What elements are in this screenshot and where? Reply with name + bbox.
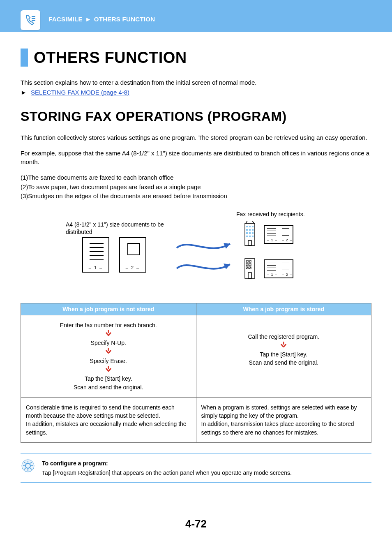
breadcrumb-part-2: OTHERS FUNCTION	[94, 16, 155, 23]
mini-doc-combined-1: – 1 – – 2 –	[264, 225, 293, 244]
right-desc-text: When a program is stored, settings are s…	[201, 404, 357, 436]
svg-rect-5	[249, 226, 251, 227]
building-icon-1	[242, 221, 258, 250]
table-cell-right-desc: When a program is stored, settings are s…	[196, 397, 371, 442]
svg-rect-6	[252, 226, 254, 227]
para-2: For example, suppose that the same A4 (8…	[21, 149, 371, 167]
right-step-3: Scan and send the original.	[201, 358, 367, 367]
mini-doc-2-pg1: – 1 –	[267, 273, 277, 277]
h1-accent-bar	[21, 49, 28, 67]
link-triangle-icon: ►	[21, 89, 27, 96]
building-icon-2	[242, 257, 258, 281]
down-arrow-icon	[105, 348, 112, 354]
left-step-4: Tap the [Start] key.	[26, 375, 191, 383]
svg-rect-9	[252, 229, 254, 231]
left-step-3: Specify Erase.	[26, 357, 191, 365]
list-item-1: (1)The same documents are faxed to each …	[21, 173, 371, 183]
table-header-stored: When a job program is stored	[196, 303, 371, 315]
svg-rect-4	[246, 226, 248, 227]
doc-page-2-num: – 2 –	[120, 265, 145, 270]
numbered-list: (1)The same documents are faxed to each …	[21, 173, 371, 201]
table-cell-left-flow: Enter the fax number for each branch. Sp…	[21, 315, 196, 397]
selecting-fax-mode-link[interactable]: SELECTING FAX MODE (page 4-8)	[31, 89, 129, 96]
svg-rect-24	[248, 273, 251, 278]
phone-list-icon	[24, 14, 37, 27]
svg-rect-13	[246, 236, 248, 237]
diagram: Fax received by recipients. A4 (8-1/2" x…	[21, 211, 371, 297]
svg-rect-7	[246, 229, 248, 231]
left-step-2: Specify N-Up.	[26, 339, 191, 347]
page-content: OTHERS FUNCTION This section explains ho…	[0, 32, 392, 483]
diagram-left-label: A4 (8-1/2" x 11") size documents to be d…	[66, 221, 173, 236]
down-arrow-icon	[105, 366, 112, 372]
left-step-5: Scan and send the original.	[26, 383, 191, 391]
left-desc-text: Considerable time is required to send th…	[26, 404, 187, 436]
right-step-2: Tap the [Start] key.	[201, 350, 367, 358]
doc-page-1-num: – 1 –	[83, 265, 108, 270]
breadcrumb-arrow-icon: ►	[85, 16, 91, 23]
para-1: This function collectively stores variou…	[21, 133, 371, 142]
motion-arrows-icon	[173, 236, 242, 285]
breadcrumb-part-1: FACSIMILE	[48, 16, 83, 23]
table-cell-right-flow: Call the registered program. Tap the [St…	[196, 315, 371, 397]
list-item-2: (2)To save paper, two document pages are…	[21, 183, 371, 192]
svg-rect-14	[249, 236, 251, 237]
note-body: Tap [Program Registration] that appears …	[42, 469, 292, 476]
header-bar: FACSIMILE ► OTHERS FUNCTION	[0, 0, 392, 32]
table-header-not-stored: When a job program is not stored	[21, 303, 196, 315]
svg-rect-1	[32, 18, 35, 19]
svg-rect-11	[249, 232, 251, 234]
intro-text: This section explains how to enter a des…	[21, 78, 371, 87]
mini-doc-2-pg2: – 2 –	[282, 273, 292, 277]
down-arrow-icon	[280, 342, 287, 347]
svg-rect-2	[32, 20, 35, 21]
svg-rect-0	[32, 16, 35, 17]
section-heading: STORING FAX OPERATIONS (PROGRAM)	[21, 109, 371, 124]
table-cell-left-desc: Considerable time is required to send th…	[21, 397, 196, 442]
left-step-1: Enter the fax number for each branch.	[26, 321, 191, 329]
comparison-table: When a job program is not stored When a …	[21, 303, 371, 443]
right-step-1: Call the registered program.	[201, 333, 367, 341]
doc-page-1: – 1 –	[82, 237, 109, 273]
svg-rect-12	[252, 232, 254, 234]
note-box: To configure a program: Tap [Program Reg…	[21, 453, 371, 483]
doc-page-2: – 2 –	[119, 237, 146, 273]
note-title: To configure a program:	[42, 459, 292, 468]
svg-rect-10	[246, 232, 248, 234]
svg-rect-16	[248, 240, 251, 245]
down-arrow-icon	[105, 330, 112, 336]
mini-doc-1-pg1: – 1 –	[267, 238, 277, 242]
diagram-right-label: Fax received by recipients.	[236, 211, 305, 217]
page-title: OTHERS FUNCTION	[34, 49, 187, 67]
mini-doc-1-pg2: – 2 –	[282, 238, 292, 242]
h1-block: OTHERS FUNCTION	[21, 49, 371, 67]
page-number: 4-72	[0, 518, 392, 530]
list-item-3: (3)Smudges on the edges of the documents…	[21, 192, 371, 201]
note-text: To configure a program: Tap [Program Reg…	[42, 459, 292, 477]
mini-doc-combined-2: – 1 – – 2 –	[264, 259, 293, 278]
gear-note-icon	[21, 459, 35, 472]
section-icon	[21, 10, 40, 30]
link-row: ► SELECTING FAX MODE (page 4-8)	[21, 89, 371, 96]
svg-rect-15	[252, 236, 254, 237]
breadcrumb: FACSIMILE ► OTHERS FUNCTION	[48, 16, 155, 23]
svg-rect-8	[249, 229, 251, 231]
